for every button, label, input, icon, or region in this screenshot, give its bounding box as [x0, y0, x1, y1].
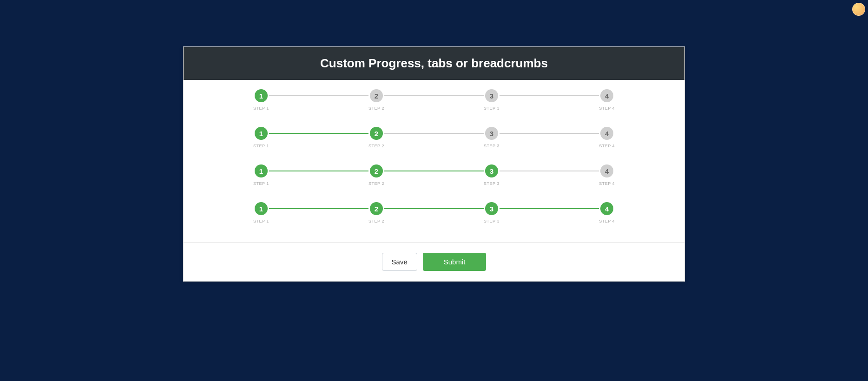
step-circle[interactable]: 2 — [370, 127, 383, 140]
step-column: 4STEP 4 — [599, 202, 615, 223]
step-connector — [384, 95, 484, 96]
step-label: STEP 2 — [368, 106, 384, 111]
step-connector — [384, 171, 484, 171]
card-body: 1STEP 12STEP 23STEP 34STEP 41STEP 12STEP… — [184, 80, 684, 242]
step-wrapper: 4STEP 4 — [599, 89, 615, 111]
progress-row: 1STEP 12STEP 23STEP 34STEP 4 — [184, 127, 684, 148]
step-wrapper: 2STEP 2 — [368, 89, 484, 111]
step-wrapper: 3STEP 3 — [484, 202, 599, 223]
step-connector — [500, 208, 599, 209]
step-wrapper: 4STEP 4 — [599, 164, 615, 186]
step-circle[interactable]: 2 — [370, 202, 383, 215]
card-title: Custom Progress, tabs or breadcrumbs — [320, 56, 548, 70]
step-column: 1STEP 1 — [253, 89, 269, 111]
step-label: STEP 3 — [484, 144, 500, 148]
step-connector — [384, 208, 484, 209]
step-connector — [269, 208, 368, 209]
step-wrapper: 1STEP 1 — [253, 164, 368, 186]
step-column: 2STEP 2 — [368, 127, 384, 148]
progress-row: 1STEP 12STEP 23STEP 34STEP 4 — [184, 202, 684, 223]
step-wrapper: 4STEP 4 — [599, 202, 615, 223]
progress-row: 1STEP 12STEP 23STEP 34STEP 4 — [184, 164, 684, 186]
step-wrapper: 2STEP 2 — [368, 127, 484, 148]
step-circle[interactable]: 4 — [600, 202, 613, 215]
step-wrapper: 1STEP 1 — [253, 89, 368, 111]
step-wrapper: 2STEP 2 — [368, 164, 484, 186]
step-connector — [500, 133, 599, 134]
step-column: 4STEP 4 — [599, 89, 615, 111]
step-column: 2STEP 2 — [368, 164, 384, 186]
step-label: STEP 4 — [599, 144, 615, 148]
step-wrapper: 2STEP 2 — [368, 202, 484, 223]
step-connector — [500, 95, 599, 96]
step-circle[interactable]: 1 — [255, 202, 268, 215]
step-label: STEP 4 — [599, 219, 615, 223]
step-circle[interactable]: 4 — [600, 164, 613, 177]
card-header: Custom Progress, tabs or breadcrumbs — [184, 47, 684, 80]
step-wrapper: 1STEP 1 — [253, 202, 368, 223]
step-column: 1STEP 1 — [253, 164, 269, 186]
step-column: 4STEP 4 — [599, 127, 615, 148]
step-column: 3STEP 3 — [484, 89, 500, 111]
step-circle[interactable]: 1 — [255, 127, 268, 140]
step-connector — [384, 133, 484, 134]
step-column: 3STEP 3 — [484, 127, 500, 148]
step-label: STEP 2 — [368, 181, 384, 186]
step-label: STEP 3 — [484, 106, 500, 111]
step-column: 3STEP 3 — [484, 164, 500, 186]
step-label: STEP 1 — [253, 181, 269, 186]
step-circle[interactable]: 2 — [370, 164, 383, 177]
step-label: STEP 3 — [484, 181, 500, 186]
step-label: STEP 3 — [484, 219, 500, 223]
step-column: 3STEP 3 — [484, 202, 500, 223]
step-label: STEP 1 — [253, 144, 269, 148]
progress-card: Custom Progress, tabs or breadcrumbs 1ST… — [183, 46, 685, 282]
step-label: STEP 1 — [253, 219, 269, 223]
step-wrapper: 3STEP 3 — [484, 89, 599, 111]
step-column: 1STEP 1 — [253, 202, 269, 223]
step-circle[interactable]: 3 — [485, 89, 498, 102]
save-button[interactable]: Save — [382, 253, 417, 271]
step-connector — [269, 95, 368, 96]
step-circle[interactable]: 2 — [370, 89, 383, 102]
step-circle[interactable]: 3 — [485, 127, 498, 140]
step-connector — [269, 133, 368, 134]
step-connector — [500, 171, 599, 171]
step-label: STEP 4 — [599, 106, 615, 111]
avatar[interactable] — [852, 3, 865, 16]
step-column: 4STEP 4 — [599, 164, 615, 186]
step-circle[interactable]: 1 — [255, 164, 268, 177]
step-wrapper: 4STEP 4 — [599, 127, 615, 148]
step-connector — [269, 171, 368, 171]
step-label: STEP 1 — [253, 106, 269, 111]
step-wrapper: 1STEP 1 — [253, 127, 368, 148]
step-circle[interactable]: 3 — [485, 202, 498, 215]
step-column: 2STEP 2 — [368, 202, 384, 223]
step-circle[interactable]: 3 — [485, 164, 498, 177]
step-column: 1STEP 1 — [253, 127, 269, 148]
step-circle[interactable]: 1 — [255, 89, 268, 102]
step-circle[interactable]: 4 — [600, 127, 613, 140]
step-label: STEP 4 — [599, 181, 615, 186]
step-wrapper: 3STEP 3 — [484, 127, 599, 148]
step-label: STEP 2 — [368, 144, 384, 148]
step-column: 2STEP 2 — [368, 89, 384, 111]
step-label: STEP 2 — [368, 219, 384, 223]
step-circle[interactable]: 4 — [600, 89, 613, 102]
submit-button[interactable]: Submit — [423, 253, 487, 271]
step-wrapper: 3STEP 3 — [484, 164, 599, 186]
progress-row: 1STEP 12STEP 23STEP 34STEP 4 — [184, 89, 684, 111]
card-footer: Save Submit — [184, 242, 684, 281]
